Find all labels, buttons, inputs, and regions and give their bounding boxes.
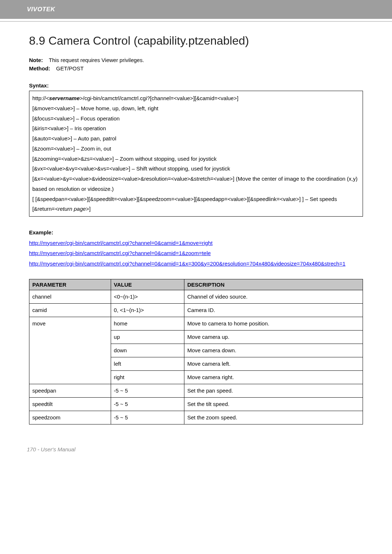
cell-param: camid (29, 304, 111, 317)
cell-desc: Channel of video source. (184, 290, 363, 304)
cell-desc: Set the tilt speed. (184, 398, 363, 411)
col-value: VALUE (111, 279, 184, 290)
example-link-2[interactable]: http://myserver/cgi-bin/camctrl/camctrl.… (29, 260, 346, 267)
cell-desc: Set the zoom speed. (184, 411, 363, 424)
page-content: 8.9 Camera Control (capability.ptzenable… (0, 22, 392, 424)
method-line: Method: GET/POST (29, 65, 363, 71)
param-table-header-row: PARAMETER VALUE DESCRIPTION (29, 279, 363, 290)
cell-param: channel (29, 290, 111, 304)
table-row: camid 0, <1~(n-1)> Camera ID. (29, 304, 363, 317)
footer-text: 170 - User's Manual (27, 446, 75, 452)
col-parameter: PARAMETER (29, 279, 111, 290)
example-link-0[interactable]: http://myserver/cgi-bin/camctrl/camctrl.… (29, 240, 213, 246)
syntax-line-0-rest: /cgi-bin/camctrl/camctrl.cgi?[channel=<v… (83, 95, 238, 101)
cell-value: <0~(n-1)> (111, 290, 184, 304)
note-value: This request requires Viewer privileges. (49, 57, 144, 63)
brand-text: VIVOTEK (27, 6, 55, 13)
cell-value: -5 ~ 5 (111, 398, 184, 411)
cell-value: left (111, 357, 184, 371)
method-label: Method: (29, 65, 50, 71)
syntax-line: [&x=<value>&y=<value>&videosize=<value>&… (32, 174, 360, 194)
syntax-line: http://<servername>/cgi-bin/camctrl/camc… (32, 93, 360, 103)
cell-desc: Move to camera to home position. (184, 317, 363, 331)
syntax-cell: http://<servername>/cgi-bin/camctrl/camc… (29, 91, 363, 217)
cell-value: home (111, 317, 184, 331)
syntax-line: [ [&speedpan=<value>][&speedtilt=<value>… (32, 194, 360, 204)
cell-param: speedpan (29, 384, 111, 398)
examples-block: Example: http://myserver/cgi-bin/camctrl… (29, 227, 363, 269)
col-desc: DESCRIPTION (184, 279, 363, 290)
example-label: Example: (29, 227, 363, 238)
cell-desc: Set the pan speed. (184, 384, 363, 398)
cell-desc: Camera ID. (184, 304, 363, 317)
table-row: speedpan -5 ~ 5 Set the pan speed. (29, 384, 363, 398)
method-value: GET/POST (56, 65, 84, 71)
cell-value: -5 ~ 5 (111, 384, 184, 398)
syntax-line: [&auto=<value>] – Auto pan, patrol (32, 134, 360, 144)
param-table: PARAMETER VALUE DESCRIPTION channel <0~(… (29, 279, 363, 424)
cell-desc: Move camera down. (184, 344, 363, 357)
example-line: http://myserver/cgi-bin/camctrl/camctrl.… (29, 259, 363, 269)
syntax-line: [&zoom=<value>] – Zoom in, out (32, 144, 360, 154)
table-row: move home Move to camera to home positio… (29, 317, 363, 331)
syntax-block: Syntax: http://<servername>/cgi-bin/camc… (29, 82, 363, 217)
syntax-line: [&iris=<value>] – Iris operation (32, 123, 360, 134)
example-link-1[interactable]: http://myserver/cgi-bin/camctrl/camctrl.… (29, 250, 211, 256)
header-bar: VIVOTEK (0, 0, 392, 19)
cell-value: right (111, 371, 184, 384)
table-row: speedzoom -5 ~ 5 Set the zoom speed. (29, 411, 363, 424)
syntax-line: [&zooming=<value>&zs=<value>] – Zoom wit… (32, 154, 360, 164)
syntax-line: [&focus=<value>] – Focus operation (32, 114, 360, 124)
note-line: Note: This request requires Viewer privi… (29, 57, 363, 63)
cell-value: -5 ~ 5 (111, 411, 184, 424)
cell-param: speedzoom (29, 411, 111, 424)
section-title: 8.9 Camera Control (capability.ptzenable… (29, 34, 363, 48)
syntax-label: Syntax: (29, 82, 363, 89)
cell-value: up (111, 331, 184, 344)
table-row: speedtilt -5 ~ 5 Set the tilt speed. (29, 398, 363, 411)
cell-param: move (29, 317, 111, 384)
example-line: http://myserver/cgi-bin/camctrl/camctrl.… (29, 238, 363, 249)
cell-desc: Move camera left. (184, 357, 363, 371)
syntax-line: [&return=<return page>] (32, 204, 360, 214)
page-footer: 170 - User's Manual (0, 446, 392, 460)
example-line: http://myserver/cgi-bin/camctrl/camctrl.… (29, 248, 363, 259)
note-label: Note: (29, 57, 43, 63)
syntax-line: [&move=<value>] – Move home, up, down, l… (32, 103, 360, 114)
cell-param: speedtilt (29, 398, 111, 411)
cell-desc: Move camera up. (184, 331, 363, 344)
syntax-line: [&vx=<value>&vy=<value>&vs=<value>] – Sh… (32, 164, 360, 174)
cell-value: 0, <1~(n-1)> (111, 304, 184, 317)
servername-token: servername (49, 95, 79, 101)
cell-value: down (111, 344, 184, 357)
syntax-table: http://<servername>/cgi-bin/camctrl/camc… (29, 91, 363, 217)
cell-desc: Move camera right. (184, 371, 363, 384)
table-row: channel <0~(n-1)> Channel of video sourc… (29, 290, 363, 304)
